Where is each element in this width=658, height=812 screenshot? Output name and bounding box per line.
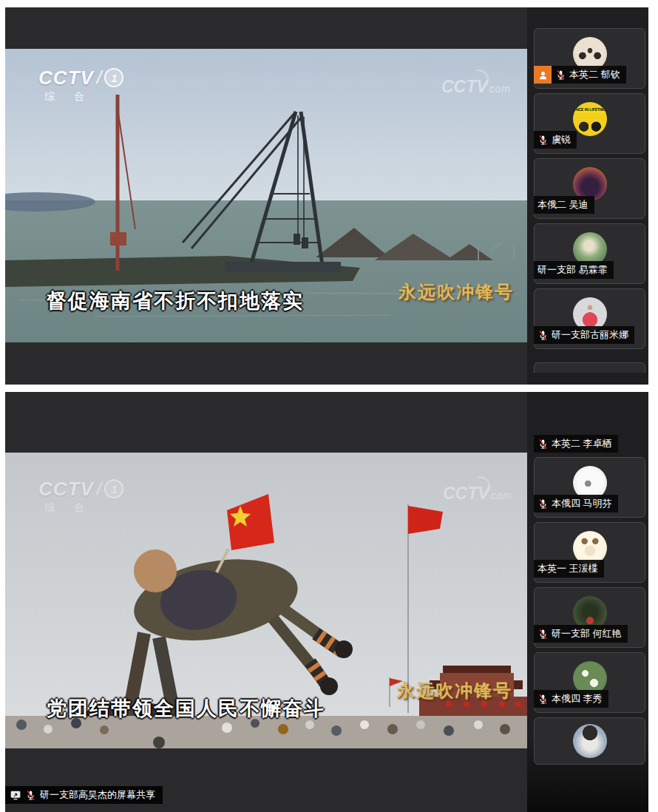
participant-name: 研一支部 何红艳 [552,627,622,640]
participant-name-label: 本俄四 马明芬 [534,495,618,512]
participant-tile[interactable]: 本俄二 吴迪 [534,158,645,219]
muted-mic-icon [537,694,549,705]
avatar [573,724,607,758]
muted-mic-icon [537,330,549,341]
channel-number-badge: 1 [104,68,123,87]
channel-number-badge: 1 [104,479,123,498]
participant-name-label: 本英二 郁钦 [534,66,626,84]
meeting-screenshot-top: CCTV / 1 综 合 CCTVcom 督促海南省不折不扣地落实 永远吹冲锋号… [5,7,648,385]
meeting-screenshot-bottom: CCTV / 1 综 合 CCTVcom 党团结带领全国人民不懈奋斗 永远吹冲锋… [5,392,648,812]
partial-participant-tile [534,362,645,373]
broadcast-video: CCTV / 1 综 合 CCTVcom 督促海南省不折不扣地落实 永远吹冲锋号 [5,49,527,342]
cctv1-channel-logo: CCTV / 1 综 合 [38,68,123,101]
participant-tile[interactable]: 本英二 郁钦 [534,28,645,89]
channel-subtitle: 综 合 [44,502,123,512]
participant-tile[interactable]: 研一支部古丽米娜 [534,288,645,349]
participant-tile[interactable]: 本俄四 马明芬 [534,457,645,518]
broadcast-subtitle: 党团结带领全国人民不懈奋斗 [47,695,325,722]
cctv-logo-text: CCTV [38,68,94,87]
muted-mic-icon [25,790,36,801]
sidebar-fade [527,769,648,812]
participant-name-label: 研一支部 易霖霏 [534,261,614,279]
participant-name: 本俄四 马明芬 [552,497,612,510]
participant-name-label: 研一支部古丽米娜 [534,326,634,344]
participant-name: 虞锐 [552,133,571,146]
conference-screenshots-page: CCTV / 1 综 合 CCTVcom 督促海南省不折不扣地落实 永远吹冲锋号… [0,0,658,812]
cctv-com-watermark: CCTVcom [441,78,511,95]
participant-name-label: 本英二 李卓栖 [534,435,618,453]
cctv-logo-slash: / [97,480,102,498]
muted-mic-icon [555,70,566,81]
participant-tile[interactable]: 本英一 王湲楪 [534,522,645,583]
participant-name-label: 本英一 王湲楪 [534,560,604,578]
participant-name-label: 本俄四 李秀 [534,690,608,708]
participants-sidebar: 本英二 郁钦ONCE IN LIFETIME虞锐本俄二 吴迪研一支部 易霖霏研一… [527,7,648,385]
participant-name: 研一支部古丽米娜 [552,328,628,342]
participant-name-label: 研一支部 何红艳 [534,625,628,643]
participants-sidebar: 本英二 李卓栖本俄四 马明芬本英一 王湲楪研一支部 何红艳本俄四 李秀 [527,392,648,812]
cctv-logo-slash: / [97,69,102,87]
muted-mic-icon [537,498,549,510]
participant-tile[interactable]: 研一支部 易霖霏 [534,223,645,284]
participant-name: 本英二 郁钦 [569,68,620,81]
avatar-text: ONCE IN LIFETIME [573,107,607,113]
participant-tile[interactable]: ONCE IN LIFETIME虞锐 [534,93,645,154]
participant-tile[interactable]: 本俄四 李秀 [534,652,645,713]
channel-subtitle: 综 合 [44,91,123,101]
program-title-overlay: 永远吹冲锋号 [397,679,512,703]
muted-mic-icon [537,629,549,640]
shared-screen-area: CCTV / 1 综 合 CCTVcom 督促海南省不折不扣地落实 永远吹冲锋号 [5,7,527,385]
participant-name-label: 虞锐 [534,131,577,149]
participant-name: 本俄二 吴迪 [537,198,589,212]
participant-name: 本俄四 李秀 [552,692,603,706]
participant-tile[interactable] [534,717,645,765]
avatar: ONCE IN LIFETIME [573,102,607,136]
broadcast-video: CCTV / 1 综 合 CCTVcom 党团结带领全国人民不懈奋斗 永远吹冲锋… [5,453,527,748]
muted-mic-icon [537,135,549,146]
self-indicator-badge [534,66,552,84]
cctv-com-watermark: CCTVcom [443,485,512,502]
shared-screen-area: CCTV / 1 综 合 CCTVcom 党团结带领全国人民不懈奋斗 永远吹冲锋… [5,392,527,812]
participant-name: 本英一 王湲楪 [537,562,598,575]
screen-share-icon [10,789,21,801]
program-title-overlay: 永远吹冲锋号 [398,280,514,304]
participant-name: 研一支部 易霖霏 [537,263,608,277]
broadcast-subtitle: 督促海南省不折不扣地落实 [47,288,304,314]
muted-mic-icon [537,439,549,450]
participant-name-label: 本俄二 吴迪 [534,196,594,214]
participant-tile[interactable]: 研一支部 何红艳 [534,587,645,648]
screen-share-banner: 研一支部高昊杰的屏幕共享 [5,786,163,804]
participant-name: 本英二 李卓栖 [552,437,612,450]
share-banner-text: 研一支部高昊杰的屏幕共享 [40,788,155,802]
cctv-logo-text: CCTV [38,479,94,498]
cctv1-channel-logo: CCTV / 1 综 合 [38,479,123,512]
